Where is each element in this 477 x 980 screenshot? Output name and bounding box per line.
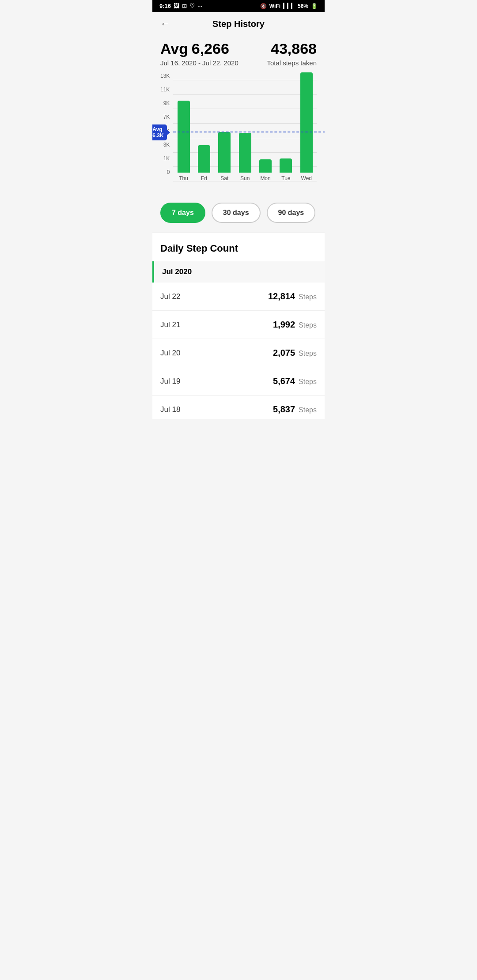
period-30days[interactable]: 30 days — [212, 203, 261, 223]
step-date: Jul 22 — [160, 292, 180, 301]
total-label: Total steps taken — [267, 59, 317, 67]
time: 9:16 — [159, 3, 171, 9]
step-count: 5,837 — [273, 404, 295, 415]
bar-wed — [300, 72, 313, 173]
date-range: Jul 16, 2020 - Jul 22, 2020 — [160, 59, 238, 67]
total-block: 43,868 Total steps taken — [267, 40, 317, 67]
daily-section: Daily Step Count Jul 2020 Jul 22 12,814 … — [152, 233, 325, 419]
step-date: Jul 19 — [160, 377, 180, 386]
step-right: 5,837 Steps — [273, 404, 317, 415]
period-selector: 7 days 30 days 90 days — [152, 195, 325, 233]
bars-area: Thu Fri Sat Sun — [173, 80, 317, 181]
step-unit: Steps — [299, 406, 317, 414]
month-label: Jul 2020 — [160, 268, 192, 276]
wifi-icon: WiFi — [269, 3, 280, 9]
step-date: Jul 20 — [160, 349, 180, 358]
step-right: 2,075 Steps — [273, 348, 317, 358]
bar-thu — [178, 101, 190, 173]
bar-col-tue: Tue — [276, 158, 296, 181]
bar-mon — [259, 159, 272, 173]
bar-label-wed: Wed — [301, 175, 312, 181]
step-unit: Steps — [299, 321, 317, 329]
bar-label-thu: Thu — [179, 175, 188, 181]
y-label-9k: 9K — [160, 101, 170, 106]
status-bar: 9:16 🖼 ⊡ ♡ ··· 🔇 WiFi ▎▎▎ 56% 🔋 — [152, 0, 325, 12]
app-header: ← Step History — [152, 12, 325, 36]
stats-section: Avg 6,266 Jul 16, 2020 - Jul 22, 2020 43… — [152, 36, 325, 67]
avg-block: Avg 6,266 Jul 16, 2020 - Jul 22, 2020 — [160, 40, 238, 67]
signal-icon: ▎▎▎ — [283, 3, 295, 9]
status-right: 🔇 WiFi ▎▎▎ 56% 🔋 — [260, 3, 318, 9]
bar-col-thu: Thu — [173, 101, 193, 181]
bar-label-sat: Sat — [220, 175, 228, 181]
month-group: Jul 2020 — [152, 261, 325, 283]
avg-value: 6,266 — [192, 40, 229, 57]
scan-icon: ⊡ — [182, 3, 187, 9]
bar-sat — [218, 132, 231, 173]
step-row-jul21: Jul 21 1,992 Steps — [152, 311, 325, 339]
mute-icon: 🔇 — [260, 3, 267, 9]
page-title: Step History — [212, 19, 265, 29]
step-right: 5,674 Steps — [273, 376, 317, 386]
step-right: 1,992 Steps — [273, 320, 317, 330]
chart-wrapper: 13K 11K 9K 7K 5K 3K 1K 0 A — [160, 71, 317, 195]
bar-tue — [280, 158, 292, 173]
period-90days[interactable]: 90 days — [267, 203, 316, 223]
heart-icon: ♡ — [189, 3, 195, 9]
step-count: 1,992 — [273, 320, 295, 330]
step-row-jul22: Jul 22 12,814 Steps — [152, 283, 325, 311]
bar-label-tue: Tue — [281, 175, 290, 181]
period-7days[interactable]: 7 days — [160, 203, 205, 223]
battery-icon: 🔋 — [311, 3, 318, 9]
status-left: 9:16 🖼 ⊡ ♡ ··· — [159, 3, 202, 9]
step-row-jul19: Jul 19 5,674 Steps — [152, 367, 325, 396]
step-date: Jul 21 — [160, 320, 180, 329]
avg-label: Avg 6,266 — [160, 40, 238, 57]
y-axis: 13K 11K 9K 7K 5K 3K 1K 0 — [160, 73, 170, 175]
daily-title: Daily Step Count — [152, 233, 325, 261]
chart-container: 13K 11K 9K 7K 5K 3K 1K 0 A — [152, 67, 325, 195]
step-count: 2,075 — [273, 348, 295, 358]
bar-col-fri: Fri — [194, 145, 214, 181]
total-steps: 43,868 — [267, 40, 317, 57]
step-row-jul20: Jul 20 2,075 Steps — [152, 339, 325, 367]
step-unit: Steps — [299, 350, 317, 358]
avg-text: Avg — [160, 40, 188, 57]
battery: 56% — [298, 3, 308, 9]
step-date: Jul 18 — [160, 405, 180, 414]
step-count: 12,814 — [268, 291, 295, 302]
back-button[interactable]: ← — [160, 18, 170, 30]
photo-icon: 🖼 — [174, 3, 179, 9]
step-unit: Steps — [299, 378, 317, 386]
y-label-3k: 3K — [160, 142, 170, 147]
bar-label-fri: Fri — [201, 175, 207, 181]
step-row-jul18: Jul 18 5,837 Steps — [152, 396, 325, 419]
chart-inner: Avg6.3K Thu Fri Sat — [173, 80, 317, 195]
step-right: 12,814 Steps — [268, 291, 317, 302]
bar-label-sun: Sun — [240, 175, 250, 181]
y-label-13k: 13K — [160, 73, 170, 79]
avg-line: Avg6.3K — [173, 132, 325, 132]
avg-badge: Avg6.3K — [152, 124, 167, 140]
step-count: 5,674 — [273, 376, 295, 386]
bar-col-sun: Sun — [235, 133, 255, 181]
bar-sun — [239, 133, 251, 173]
step-unit: Steps — [299, 293, 317, 301]
bar-col-mon: Mon — [255, 159, 276, 181]
y-label-1k: 1K — [160, 156, 170, 161]
bar-label-mon: Mon — [260, 175, 270, 181]
bar-col-wed: Wed — [296, 72, 317, 181]
y-label-0: 0 — [160, 170, 170, 175]
y-label-7k: 7K — [160, 114, 170, 120]
bar-fri — [198, 145, 210, 173]
more-icon: ··· — [197, 3, 202, 9]
y-label-11k: 11K — [160, 87, 170, 92]
bar-col-sat: Sat — [214, 132, 235, 181]
